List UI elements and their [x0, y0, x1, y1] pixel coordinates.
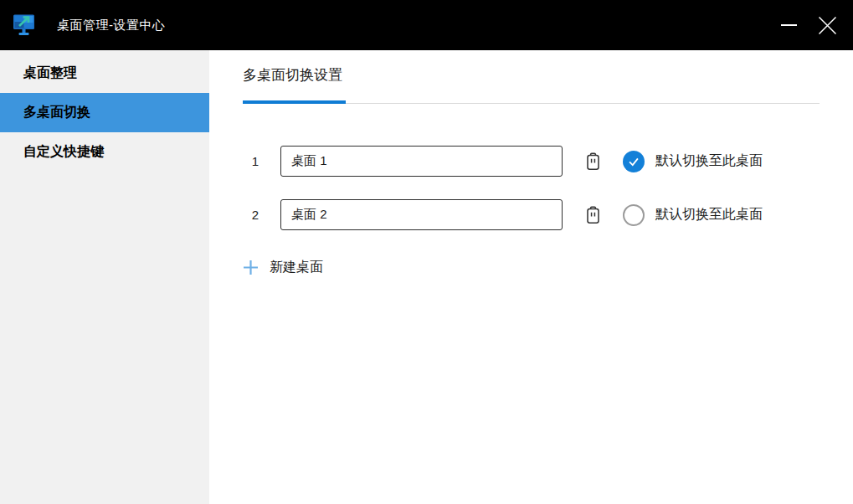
- desktop-index-label: 1: [243, 154, 268, 168]
- titlebar: 桌面管理-设置中心: [0, 0, 853, 50]
- sidebar-item-desktop-organize[interactable]: 桌面整理: [0, 54, 209, 93]
- desktop-row-2: 2 默认切换至此桌面: [243, 199, 820, 230]
- close-icon: [818, 16, 837, 35]
- default-desktop-radio-group-2[interactable]: 默认切换至此桌面: [623, 204, 763, 226]
- plus-icon: [243, 260, 259, 275]
- app-body: 桌面整理 多桌面切换 自定义快捷键 多桌面切换设置 1: [0, 50, 853, 504]
- add-desktop-label: 新建桌面: [270, 259, 323, 276]
- default-switch-label: 默认切换至此桌面: [655, 152, 763, 170]
- trash-icon: [584, 205, 602, 225]
- desktop-row-1: 1 默认切换至此桌面: [243, 146, 820, 177]
- default-switch-label: 默认切换至此桌面: [655, 206, 763, 224]
- check-icon: [626, 154, 641, 169]
- tab-multi-desktop-settings[interactable]: 多桌面切换设置: [243, 65, 342, 85]
- radio-checked-icon: [623, 151, 645, 172]
- add-desktop-button[interactable]: 新建桌面: [243, 259, 323, 276]
- close-button[interactable]: [808, 0, 846, 50]
- desktop-name-input-1[interactable]: [280, 146, 563, 177]
- desktop-index-label: 2: [243, 208, 268, 222]
- minimize-button[interactable]: [769, 0, 808, 50]
- sidebar-item-custom-shortcuts[interactable]: 自定义快捷键: [0, 132, 209, 172]
- radio-unchecked-icon: [623, 204, 645, 226]
- tab-divider: [243, 103, 820, 104]
- active-tab-indicator: [243, 100, 346, 104]
- main-panel: 多桌面切换设置 1: [209, 50, 853, 504]
- sidebar: 桌面整理 多桌面切换 自定义快捷键: [0, 50, 209, 504]
- minimize-icon: [781, 24, 797, 26]
- window-title: 桌面管理-设置中心: [57, 18, 166, 33]
- delete-desktop-button-2[interactable]: [583, 204, 603, 226]
- desktop-name-input-2[interactable]: [280, 199, 563, 230]
- sidebar-item-multi-desktop-switch[interactable]: 多桌面切换: [0, 93, 209, 132]
- trash-icon: [584, 152, 602, 172]
- app-logo-icon: [12, 12, 39, 39]
- delete-desktop-button-1[interactable]: [583, 151, 603, 172]
- default-desktop-radio-group-1[interactable]: 默认切换至此桌面: [623, 151, 763, 172]
- app-window: 桌面管理-设置中心 桌面整理 多桌面切换 自定义快捷键 多桌面切换设置: [0, 0, 853, 504]
